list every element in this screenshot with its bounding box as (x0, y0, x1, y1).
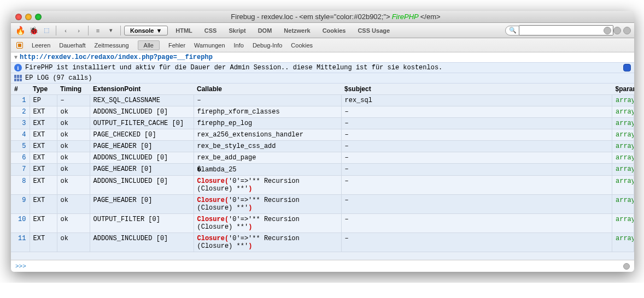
separator (56, 26, 56, 35)
tab-dom[interactable]: DOM (255, 26, 276, 35)
close-panel-icon[interactable] (623, 27, 631, 34)
table-row[interactable]: 5EXTokPAGE_HEADER [0]rex_be_style_css_ad… (11, 141, 634, 152)
cell: – (341, 233, 612, 252)
cell: array (612, 176, 634, 195)
close-icon[interactable] (15, 14, 22, 20)
popout-icon[interactable] (613, 27, 621, 34)
cell: �lambda_25 (194, 164, 341, 176)
cell: – (341, 129, 612, 141)
cell: array (612, 164, 634, 176)
cell: – (341, 176, 612, 195)
filter-info[interactable]: Info (234, 42, 244, 49)
filter-warnings[interactable]: Warnungen (194, 42, 225, 49)
cell: PAGE_HEADER [0] (90, 195, 194, 214)
window: Firebug - rexdev.loc - <em style="color:… (11, 11, 634, 272)
cell: Closure('0'=>'** Recursion (Closure) **'… (194, 176, 341, 195)
cell: EXT (30, 176, 57, 195)
panel-tabs: HTML CSS Skript DOM Netzwerk Cookies CSS… (172, 26, 393, 35)
scroll-thumb[interactable] (623, 64, 631, 71)
table-row[interactable]: 1EP–REX_SQL_CLASSNAME–rex_sqlarray (11, 95, 634, 106)
cell: 6 (11, 152, 30, 164)
cell: array (612, 195, 634, 214)
cell: REX_SQL_CLASSNAME (90, 95, 194, 106)
firebug-icon[interactable]: 🔥 (14, 25, 26, 36)
cell: ok (57, 106, 90, 118)
tab-css[interactable]: CSS (201, 26, 220, 35)
table-row[interactable]: 7EXTokPAGE_HEADER [0]�lambda_25–array (11, 164, 634, 176)
cell: array (612, 214, 634, 233)
profile-button[interactable]: Zeitmessung (95, 42, 129, 49)
tab-net[interactable]: Netzwerk (280, 26, 313, 35)
cell: rex_be_style_css_add (194, 141, 341, 152)
filter-debug[interactable]: Debug-Info (253, 42, 282, 49)
cell: – (57, 95, 90, 106)
cell: ok (57, 233, 90, 252)
clear-button[interactable]: Leeren (32, 42, 50, 49)
cell: ADDONS_INCLUDED [0] (90, 176, 194, 195)
table-row[interactable]: 6EXTokADDONS_INCLUDED [0]rex_be_add_page… (11, 152, 634, 164)
title-firephp: FirePHP (392, 13, 419, 21)
filter-all[interactable]: Alle (138, 40, 160, 50)
chevron-down-icon: ▼ (156, 27, 162, 34)
info-text: FirePHP ist installiert und aktiv für di… (25, 64, 442, 71)
request-url: http://rexdev.loc/redaxo/index.php?page=… (20, 53, 213, 61)
zoom-icon[interactable] (35, 14, 42, 20)
search-field[interactable] (519, 25, 613, 35)
table-icon (14, 75, 22, 81)
cell: PAGE_HEADER [0] (90, 164, 194, 176)
back-icon[interactable]: ‹ (60, 25, 72, 36)
tab-cookies[interactable]: Cookies (319, 26, 349, 35)
log-table-wrap[interactable]: # Type Timing ExtensionPoint Callable $s… (11, 84, 634, 260)
tab-cssusage[interactable]: CSS Usage (354, 26, 393, 35)
table-row[interactable]: 3EXTokOUTPUT_FILTER_CACHE [0]firephp_ep_… (11, 118, 634, 129)
cell: firephp_xform_classes (194, 106, 341, 118)
table-row[interactable]: 10EXTokOUTPUT_FILTER [0]Closure('0'=>'**… (11, 214, 634, 233)
dropdown-icon[interactable]: ▾ (105, 25, 117, 36)
cell: rex_be_add_page (194, 152, 341, 164)
cell: array (612, 152, 634, 164)
cell: ok (57, 164, 90, 176)
table-row[interactable]: 2EXTokADDONS_INCLUDED [0]firephp_xform_c… (11, 106, 634, 118)
th-ep: ExtensionPoint (90, 84, 194, 95)
console-subbar: Leeren Dauerhaft Zeitmessung Alle Fehler… (11, 38, 634, 52)
filter-cookies[interactable]: Cookies (291, 42, 313, 49)
inspect-icon[interactable]: 🐞 (27, 25, 39, 36)
console-label: Konsole (130, 27, 154, 34)
persist-button[interactable]: Dauerhaft (59, 42, 85, 49)
request-line[interactable]: ▼ http://rexdev.loc/redaxo/index.php?pag… (11, 52, 634, 62)
disclosure-icon[interactable]: ▼ (14, 55, 17, 61)
cell: array (612, 106, 634, 118)
right-controls (604, 27, 631, 34)
console-tab[interactable]: Konsole ▼ (124, 26, 168, 35)
expand-cmd-icon[interactable] (623, 263, 630, 270)
cell: ok (57, 176, 90, 195)
menu-icon[interactable]: ≡ (92, 25, 104, 36)
cell: – (194, 95, 341, 106)
minimize-icon[interactable] (25, 14, 32, 20)
tab-html[interactable]: HTML (172, 26, 196, 35)
th-type: Type (30, 84, 57, 95)
cell: ok (57, 141, 90, 152)
table-row[interactable]: 11EXTokADDONS_INCLUDED [0]Closure('0'=>'… (11, 233, 634, 252)
cell: Closure('0'=>'** Recursion (Closure) **'… (194, 195, 341, 214)
cell: ADDONS_INCLUDED [0] (90, 106, 194, 118)
th-call: Callable (194, 84, 341, 95)
pointer-icon[interactable]: ⬚ (40, 25, 52, 36)
title-markup-close: </em> (420, 13, 441, 21)
cell: – (341, 152, 612, 164)
command-line[interactable]: >>> (11, 260, 634, 272)
cell: array (612, 95, 634, 106)
table-row[interactable]: 8EXTokADDONS_INCLUDED [0]Closure('0'=>'*… (11, 176, 634, 195)
filter-errors[interactable]: Fehler (168, 42, 185, 49)
break-icon[interactable] (16, 42, 23, 49)
minimize-panel-icon[interactable] (604, 27, 611, 34)
search-input[interactable]: 🔍 (505, 26, 598, 35)
tab-script[interactable]: Skript (225, 26, 249, 35)
command-input[interactable] (28, 263, 621, 270)
cell: 8 (11, 176, 30, 195)
cell: array (612, 233, 634, 252)
forward-icon[interactable]: › (73, 25, 85, 36)
window-controls (15, 14, 42, 20)
table-row[interactable]: 4EXTokPAGE_CHECKED [0]rex_a256_extension… (11, 129, 634, 141)
table-row[interactable]: 9EXTokPAGE_HEADER [0]Closure('0'=>'** Re… (11, 195, 634, 214)
